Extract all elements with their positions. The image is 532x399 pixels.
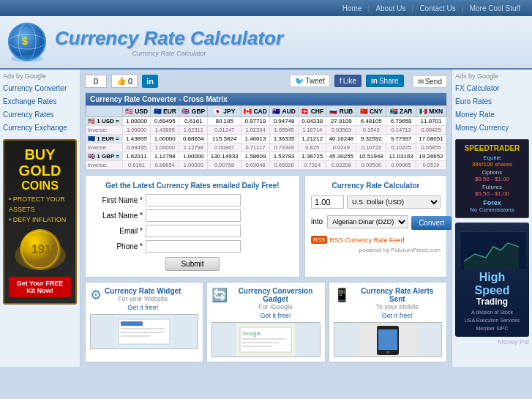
calc-amount-row: U.S. Dollar (USD)	[311, 195, 441, 209]
matrix-table: 🇺🇸 USD 🇪🇺 EUR 🇬🇧 GBP 🇯🇵 JPY 🇨🇦 CAD 🇦🇺 AU…	[86, 105, 446, 170]
matrix-header-blank	[86, 106, 123, 117]
like-button[interactable]: f Like	[334, 75, 361, 87]
st-futures-price: $0.50 - $1.00	[460, 190, 524, 197]
svg-text:$: $	[22, 35, 28, 47]
powered-by: powered by FuturumPress.com	[311, 247, 441, 253]
bottom-section: Get the Latest Currency Rates emailed Da…	[85, 175, 447, 277]
widget-link-2[interactable]: Get it free!	[382, 312, 413, 319]
sidebar-link-rates[interactable]: Currency Rates	[3, 108, 77, 122]
email-input[interactable]	[146, 225, 241, 237]
logo-text: Currency Rate Calculator	[55, 27, 283, 50]
form-row-phone: Phone *	[91, 240, 293, 253]
widget-link-0[interactable]: Get it free!	[127, 304, 158, 311]
left-sidebar: Ads by Google Currency Converter Exchang…	[0, 70, 80, 367]
matrix-title: Currency Rate Converter - Cross Matrix	[86, 93, 446, 105]
nav-about[interactable]: About Us	[375, 4, 405, 12]
matrix-header-gbp: 🇬🇧 GBP	[179, 106, 208, 117]
widget-icon-2: 📱	[334, 287, 350, 303]
calc-from-currency[interactable]: U.S. Dollar (USD)	[347, 195, 441, 209]
right-link-fx[interactable]: FX Calculator	[455, 82, 529, 95]
gold-ad-cta[interactable]: Get Your FREE Kit Now!	[9, 277, 71, 297]
logo-reflection: Currency Rate Calculator	[55, 50, 283, 57]
submit-button[interactable]: Submit	[165, 257, 219, 271]
sidebar-link-converter[interactable]: Currency Converter	[3, 82, 77, 95]
matrix-header-mxn: 🇲🇽 MXN	[416, 106, 446, 117]
rss-label: RSS Currency Rate Feed	[329, 236, 404, 244]
nav-contact[interactable]: Contact Us	[419, 4, 455, 12]
matrix-header-cny: 🇨🇳 CNY	[356, 106, 386, 117]
send-icon: ✉	[418, 78, 424, 86]
high-speed-label: High	[458, 271, 526, 284]
logo-icon: $	[7, 22, 48, 62]
firstname-label: First Name *	[91, 196, 143, 204]
trading-advertisement[interactable]: High Speed Trading A division of Stock U…	[455, 223, 529, 337]
calc-amount-input[interactable]	[311, 195, 344, 209]
firstname-input[interactable]	[146, 194, 241, 206]
lastname-input[interactable]	[146, 209, 241, 222]
share-button[interactable]: in Share	[366, 75, 404, 87]
usa-text: USA Execution Services	[458, 318, 526, 323]
widget-icon-0: ⚙	[90, 287, 102, 303]
table-row: 🇬🇧 1 GBP = 1.62311 1.12798 1.00000 130.1…	[86, 152, 446, 161]
form-row-lastname: Last Name *	[91, 209, 293, 222]
convert-button[interactable]: Convert	[411, 216, 452, 230]
nav-divider: |	[462, 4, 464, 12]
widget-thumb-2	[334, 322, 442, 357]
widget-card-1: 🔄 Currency Conversion Gadget For iGoogle…	[206, 282, 325, 362]
tweet-button[interactable]: 🐦 Tweet	[290, 75, 330, 87]
widget-thumb-1: Google	[211, 322, 320, 357]
top-navigation: Home | About Us | Contact Us | More Cool…	[0, 0, 532, 16]
form-row-email: Email *	[91, 225, 293, 237]
widget-sub-0: For your Website	[105, 295, 181, 302]
center-content: 0 👍 0 in 🐦 Tweet f Like in Share ✉ Send	[80, 70, 452, 367]
right-link-money[interactable]: Money Rate	[455, 108, 529, 122]
right-link-currency[interactable]: Money Currency	[455, 122, 529, 135]
email-label: Email *	[91, 227, 143, 235]
widget-card-2: 📱 Currency Rate Alerts Sent To your Mobi…	[329, 282, 447, 362]
st-options-price: $0.50 - $1.00	[460, 176, 524, 182]
share-count-1: 0	[85, 75, 107, 88]
gold-ad-gold: GOLD	[9, 163, 71, 179]
widget-link-1[interactable]: Get it free!	[260, 312, 291, 319]
table-row: Inverse: 0.69495 1.00000 1.12798 0.00867…	[86, 143, 446, 152]
gold-ad-coins: COINS	[9, 179, 71, 193]
widget-section: ⚙ Currency Rate Widget For your Website …	[85, 282, 447, 362]
svg-point-25	[386, 351, 389, 354]
matrix-header-chf: 🇨🇭 CHF	[299, 106, 326, 117]
main-layout: Ads by Google Currency Converter Exchang…	[0, 70, 532, 367]
widget-sub-1: For iGoogle	[231, 303, 320, 310]
calculator-section: Currency Rate Calculator U.S. Dollar (US…	[304, 175, 447, 277]
sidebar-link-currency[interactable]: Currency Exchange	[3, 122, 77, 135]
svg-rect-15	[121, 335, 150, 337]
right-link-euro[interactable]: Euro Rates	[455, 95, 529, 108]
speed-trader-ad[interactable]: SPEEDTRADER Equitie 39¢/100 shares Optio…	[455, 139, 529, 218]
trading-label: Trading	[458, 297, 526, 307]
widget-title-1: Currency Conversion Gadget	[231, 287, 320, 303]
right-sidebar-links: FX Calculator Euro Rates Money Rate Mone…	[455, 82, 529, 135]
matrix-header-usd: 🇺🇸 USD	[122, 106, 151, 117]
left-ads-label: Ads by Google	[3, 72, 77, 80]
facebook-icon: f	[340, 77, 342, 85]
table-row: Inverse: 1.00000 1.43895 1.62311 0.01247…	[86, 126, 446, 135]
st-equitie-label: Equitie	[460, 154, 524, 161]
nav-home[interactable]: Home	[342, 4, 362, 12]
rss-feed-link[interactable]: RSS RSS Currency Rate Feed	[311, 236, 441, 244]
division-text: A division of Stock	[458, 310, 526, 315]
send-button[interactable]: ✉ Send	[413, 75, 447, 88]
gold-advertisement[interactable]: BUY GOLD COINS • PROTECT YOUR ASSETS • D…	[3, 139, 77, 305]
social-bar: 0 👍 0 in 🐦 Tweet f Like in Share ✉ Send	[85, 74, 447, 88]
header: $ Currency Rate Calculator Currency Rate…	[0, 16, 532, 70]
widget-icon-1: 🔄	[211, 287, 228, 303]
speedtrader-logo: SPEEDTRADER	[460, 144, 524, 152]
svg-point-5	[11, 55, 43, 62]
svg-rect-13	[121, 328, 165, 329]
calc-to-currency[interactable]: Algerian Dinar (DZD)	[327, 215, 408, 228]
gold-coin-image: 1911	[11, 226, 70, 274]
phone-input[interactable]	[146, 240, 241, 253]
svg-rect-21	[242, 346, 271, 347]
linkedin-icon[interactable]: in	[142, 75, 158, 88]
sidebar-link-exchange[interactable]: Exchange Rates	[3, 95, 77, 108]
nav-more[interactable]: More Cool Stuff	[470, 4, 520, 12]
left-sidebar-links: Currency Converter Exchange Rates Curren…	[3, 82, 77, 135]
matrix-header-jpy: 🇯🇵 JPY	[208, 106, 241, 117]
